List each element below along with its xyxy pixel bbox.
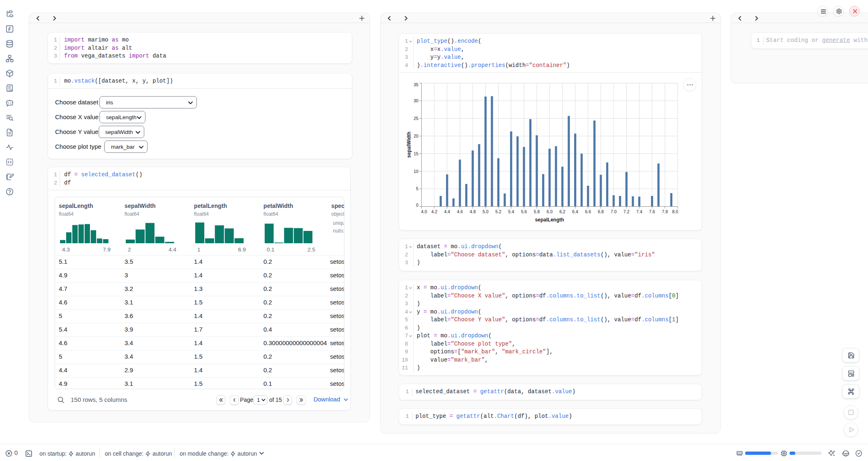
svg-text:7.6: 7.6 <box>649 210 655 214</box>
svg-text:20: 20 <box>413 134 418 138</box>
svg-text:5.2: 5.2 <box>495 210 501 214</box>
svg-text:7.0: 7.0 <box>611 210 617 214</box>
svg-text:4.2: 4.2 <box>431 210 437 214</box>
svg-text:5.0: 5.0 <box>482 210 489 214</box>
svg-text:30: 30 <box>413 99 418 103</box>
svg-text:4.4: 4.4 <box>444 210 450 214</box>
svg-text:0: 0 <box>416 203 418 207</box>
svg-text:25: 25 <box>413 116 418 121</box>
svg-text:6.8: 6.8 <box>598 210 604 214</box>
svg-text:6.2: 6.2 <box>559 210 566 214</box>
svg-text:7.2: 7.2 <box>623 210 630 214</box>
svg-text:5: 5 <box>416 187 418 191</box>
svg-text:4.6: 4.6 <box>457 210 463 214</box>
svg-text:7.8: 7.8 <box>662 210 668 214</box>
svg-text:6.0: 6.0 <box>547 210 553 214</box>
svg-text:7.4: 7.4 <box>636 210 642 214</box>
svg-text:4.0: 4.0 <box>421 210 427 214</box>
svg-text:15: 15 <box>413 152 418 156</box>
svg-text:sepalLength: sepalLength <box>535 217 564 223</box>
svg-text:sepalWidth: sepalWidth <box>406 131 412 158</box>
svg-text:10: 10 <box>413 169 418 174</box>
svg-text:35: 35 <box>413 83 418 87</box>
svg-text:5.4: 5.4 <box>508 210 514 214</box>
svg-text:5.8: 5.8 <box>534 210 540 214</box>
svg-text:6.4: 6.4 <box>572 210 578 214</box>
svg-text:6.6: 6.6 <box>585 210 591 214</box>
svg-text:4.8: 4.8 <box>470 210 476 214</box>
svg-text:8.0: 8.0 <box>672 210 679 214</box>
svg-text:5.6: 5.6 <box>521 210 527 214</box>
